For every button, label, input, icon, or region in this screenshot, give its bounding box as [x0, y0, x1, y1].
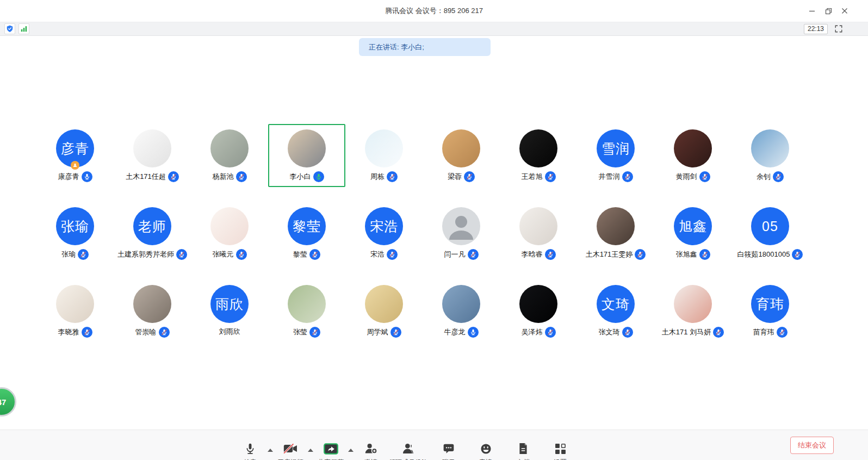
avatar-image: 旭鑫	[674, 207, 712, 245]
avatar-image	[442, 285, 480, 323]
name-row: 张瑜	[61, 249, 89, 260]
name-row: 张文琦	[599, 327, 633, 338]
minimize-button[interactable]	[805, 4, 819, 18]
avatar	[288, 129, 326, 167]
chat-label: 聊天	[442, 458, 455, 460]
emoji-label: 表情	[479, 458, 492, 460]
participant-tile[interactable]: 梁蓉	[423, 124, 500, 187]
participant-tile[interactable]: 宋浩 宋浩	[345, 202, 423, 265]
participant-tile[interactable]: 雪润 井雪润	[577, 124, 654, 187]
participant-name: 张文琦	[599, 327, 620, 337]
restore-button[interactable]	[821, 4, 835, 18]
name-row: 梁蓉	[448, 171, 475, 182]
participant-name: 李晓雅	[58, 327, 79, 337]
participant-tile[interactable]: 张曦元	[191, 202, 268, 265]
video-options-caret[interactable]	[306, 430, 315, 452]
chat-icon	[443, 442, 455, 455]
avatar-image	[133, 285, 171, 323]
participant-tile[interactable]: 土木171王雯婷	[577, 202, 654, 265]
participant-tile[interactable]: 李晗睿	[500, 202, 577, 265]
avatar-image	[210, 207, 249, 245]
emoji-button[interactable]: 表情	[468, 430, 504, 460]
share-options-caret[interactable]	[346, 430, 356, 452]
participant-tile[interactable]: 牛彦龙	[423, 279, 500, 343]
participant-tile[interactable]: 李晓雅	[36, 279, 114, 343]
mic-status-icon	[713, 327, 724, 338]
mic-status-icon	[176, 249, 187, 260]
participant-tile[interactable]: 张莹	[268, 279, 345, 343]
participant-tile[interactable]: 彦青 康彦青	[36, 124, 114, 187]
avatar	[365, 285, 403, 323]
chat-button[interactable]: 聊天	[430, 430, 468, 460]
participant-tile[interactable]: 老师 土建系郭秀芹老师	[114, 202, 191, 265]
window-title: 腾讯会议 会议号：895 206 217	[385, 6, 483, 16]
participant-name: 黄雨剑	[676, 172, 697, 182]
floating-ball-text: 47	[0, 397, 6, 407]
avatar: 彦青	[56, 129, 94, 167]
participant-tile[interactable]: 土木171任超	[114, 124, 191, 187]
name-row: 李小白	[290, 171, 324, 182]
end-meeting-button[interactable]: 结束会议	[790, 437, 834, 454]
avatar	[674, 285, 712, 323]
avatar: 育玮	[751, 285, 789, 323]
avatar: 黎莹	[288, 207, 326, 245]
close-button[interactable]	[838, 4, 852, 18]
participant-name: 牛彦龙	[444, 327, 466, 337]
invite-button[interactable]: 邀请	[356, 430, 386, 460]
mic-status-icon	[699, 249, 710, 260]
name-row: 黄雨剑	[676, 171, 710, 182]
participant-tile[interactable]: 王若旭	[500, 124, 577, 187]
document-icon	[518, 442, 528, 455]
mic-status-icon	[773, 171, 784, 182]
participant-name: 张瑜	[61, 250, 76, 259]
meeting-timer: 22:13	[804, 24, 828, 34]
avatar-image	[674, 129, 712, 167]
floating-ball[interactable]: 47	[0, 387, 16, 417]
participant-tile[interactable]: 余钊	[731, 124, 809, 187]
participant-tile[interactable]: 旭鑫 张旭鑫	[654, 202, 731, 265]
mic-status-icon	[468, 327, 479, 338]
participant-tile[interactable]: 周栋	[345, 124, 423, 187]
name-row: 土木171王雯婷	[586, 249, 646, 260]
avatar: 宋浩	[365, 207, 403, 245]
start-video-button[interactable]: 开启视频	[275, 430, 306, 460]
avatar: 05	[751, 207, 789, 245]
participant-tile[interactable]: 李小白	[268, 124, 345, 187]
participant-tile[interactable]: 黎莹 黎莹	[268, 202, 345, 265]
participant-tile[interactable]: 育玮 苗育玮	[731, 279, 809, 343]
participant-tile[interactable]: 闫一凡	[423, 202, 500, 265]
mute-button[interactable]: 静音	[235, 430, 265, 460]
participant-tile[interactable]: 土木171 刘马妍	[654, 279, 731, 343]
settings-button[interactable]: 设置	[543, 430, 578, 460]
manage-members-button[interactable]: 管理成员(31)	[386, 430, 430, 460]
avatar	[751, 129, 789, 167]
docs-button[interactable]: 文档	[504, 430, 543, 460]
participant-tile[interactable]: 05 白筱茹18001005	[731, 202, 809, 265]
avatar	[442, 129, 480, 167]
network-quality-button[interactable]	[18, 23, 29, 34]
mic-status-icon	[168, 171, 179, 182]
invite-label: 邀请	[364, 458, 377, 460]
fullscreen-button[interactable]	[833, 23, 844, 34]
meeting-window: 腾讯会议 会议号：895 206 217	[0, 0, 868, 460]
name-row: 管崇喻	[135, 327, 170, 338]
participant-tile[interactable]: 文琦 张文琦	[577, 279, 654, 343]
share-screen-button[interactable]: 共享屏幕	[315, 430, 346, 460]
participant-tile[interactable]: 黄雨剑	[654, 124, 731, 187]
avatar-image	[442, 129, 480, 167]
avatar	[519, 285, 557, 323]
avatar-image: 雪润	[597, 129, 635, 167]
participant-tile[interactable]: 周学斌	[345, 279, 423, 343]
titlebar: 腾讯会议 会议号：895 206 217	[0, 0, 868, 22]
participant-tile[interactable]: 张瑜 张瑜	[36, 202, 114, 265]
security-shield-button[interactable]	[4, 23, 15, 34]
mic-options-caret[interactable]	[265, 430, 275, 452]
participant-tile[interactable]: 管崇喻	[114, 279, 191, 343]
invite-icon	[364, 442, 377, 455]
name-row: 井雪润	[599, 171, 633, 182]
participant-tile[interactable]: 雨欣 刘雨欣	[191, 279, 268, 343]
avatar-image	[288, 129, 326, 167]
participant-tile[interactable]: 杨新池	[191, 124, 268, 187]
participant-tile[interactable]: 吴泽炜	[500, 279, 577, 343]
mic-status-icon	[82, 327, 92, 338]
